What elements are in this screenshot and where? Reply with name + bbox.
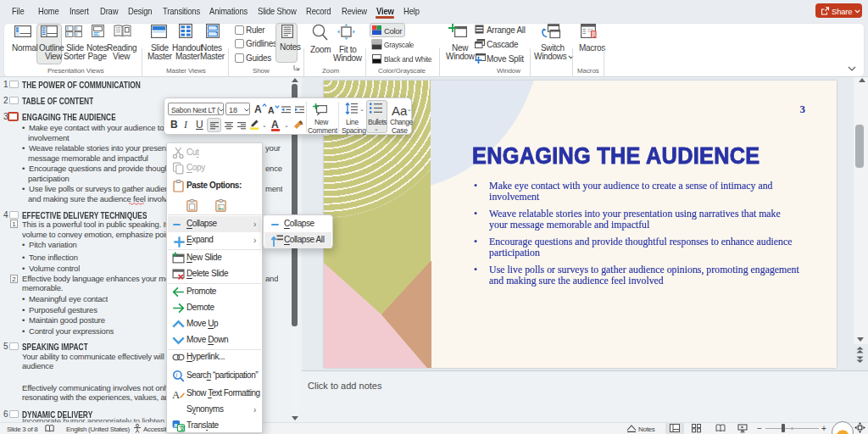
svg-text:A: A <box>172 388 181 400</box>
svg-text:i: i <box>176 372 178 378</box>
svg-text:文: 文 <box>178 425 186 432</box>
